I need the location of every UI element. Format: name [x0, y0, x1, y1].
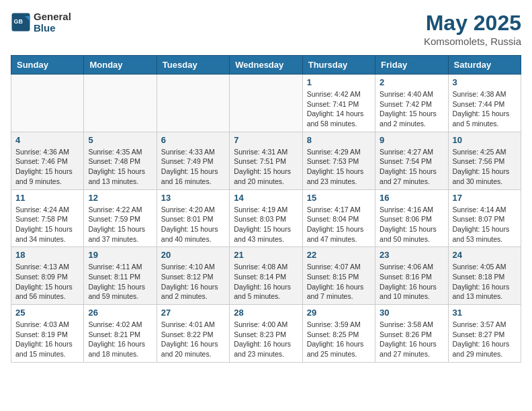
day-number: 18 [15, 250, 79, 260]
day-info: Sunrise: 4:38 AM Sunset: 7:44 PM Dayligh… [453, 89, 517, 129]
day-info: Sunrise: 4:27 AM Sunset: 7:54 PM Dayligh… [380, 147, 443, 187]
month-title: May 2025 [424, 11, 521, 36]
calendar-cell: 14Sunrise: 4:19 AM Sunset: 8:03 PM Dayli… [230, 189, 302, 247]
day-of-week-saturday: Saturday [448, 56, 521, 75]
day-info: Sunrise: 4:10 AM Sunset: 8:12 PM Dayligh… [161, 262, 225, 302]
calendar-cell: 29Sunrise: 3:59 AM Sunset: 8:25 PM Dayli… [302, 305, 375, 363]
day-info: Sunrise: 4:22 AM Sunset: 7:59 PM Dayligh… [88, 205, 152, 244]
day-number: 31 [453, 308, 517, 318]
calendar-cell: 26Sunrise: 4:02 AM Sunset: 8:21 PM Dayli… [84, 305, 157, 363]
day-info: Sunrise: 4:24 AM Sunset: 7:58 PM Dayligh… [15, 205, 79, 244]
calendar-cell: 22Sunrise: 4:07 AM Sunset: 8:15 PM Dayli… [302, 247, 375, 305]
day-info: Sunrise: 4:11 AM Sunset: 8:11 PM Dayligh… [88, 262, 152, 302]
day-of-week-sunday: Sunday [11, 56, 84, 75]
calendar-cell: 7Sunrise: 4:31 AM Sunset: 7:51 PM Daylig… [230, 132, 302, 189]
day-number: 1 [307, 77, 371, 87]
calendar-cell: 28Sunrise: 4:00 AM Sunset: 8:23 PM Dayli… [230, 305, 302, 363]
location: Komsomolets, Russia [424, 36, 521, 47]
calendar-cell: 2Sunrise: 4:40 AM Sunset: 7:42 PM Daylig… [375, 75, 448, 132]
day-info: Sunrise: 4:16 AM Sunset: 8:06 PM Dayligh… [380, 205, 443, 244]
calendar-cell [84, 75, 157, 132]
day-of-week-tuesday: Tuesday [157, 56, 229, 75]
day-number: 21 [234, 250, 298, 260]
day-number: 8 [307, 135, 371, 145]
day-number: 16 [380, 193, 443, 203]
day-number: 7 [234, 135, 298, 145]
day-info: Sunrise: 4:35 AM Sunset: 7:48 PM Dayligh… [88, 147, 152, 187]
day-info: Sunrise: 4:05 AM Sunset: 8:18 PM Dayligh… [453, 262, 517, 302]
day-number: 27 [161, 308, 225, 318]
calendar-cell [157, 75, 229, 132]
day-number: 9 [380, 135, 443, 145]
calendar-cell: 27Sunrise: 4:01 AM Sunset: 8:22 PM Dayli… [157, 305, 229, 363]
calendar-cell: 31Sunrise: 3:57 AM Sunset: 8:27 PM Dayli… [448, 305, 521, 363]
day-number: 20 [161, 250, 225, 260]
day-number: 11 [15, 193, 79, 203]
day-info: Sunrise: 3:59 AM Sunset: 8:25 PM Dayligh… [307, 320, 371, 359]
day-info: Sunrise: 4:17 AM Sunset: 8:04 PM Dayligh… [307, 205, 371, 244]
day-number: 10 [453, 135, 517, 145]
day-info: Sunrise: 4:01 AM Sunset: 8:22 PM Dayligh… [161, 320, 225, 359]
day-number: 6 [161, 135, 225, 145]
day-number: 23 [380, 250, 443, 260]
calendar-cell: 6Sunrise: 4:33 AM Sunset: 7:49 PM Daylig… [157, 132, 229, 189]
calendar: SundayMondayTuesdayWednesdayThursdayFrid… [11, 55, 521, 363]
calendar-cell: 3Sunrise: 4:38 AM Sunset: 7:44 PM Daylig… [448, 75, 521, 132]
day-of-week-wednesday: Wednesday [230, 56, 302, 75]
calendar-cell: 13Sunrise: 4:20 AM Sunset: 8:01 PM Dayli… [157, 189, 229, 247]
calendar-cell: 30Sunrise: 3:58 AM Sunset: 8:26 PM Dayli… [375, 305, 448, 363]
calendar-cell: 12Sunrise: 4:22 AM Sunset: 7:59 PM Dayli… [84, 189, 157, 247]
day-of-week-friday: Friday [375, 56, 448, 75]
day-info: Sunrise: 4:40 AM Sunset: 7:42 PM Dayligh… [380, 89, 443, 129]
calendar-cell: 1Sunrise: 4:42 AM Sunset: 7:41 PM Daylig… [302, 75, 375, 132]
calendar-cell: 5Sunrise: 4:35 AM Sunset: 7:48 PM Daylig… [84, 132, 157, 189]
day-number: 15 [307, 193, 371, 203]
calendar-week-4: 18Sunrise: 4:13 AM Sunset: 8:09 PM Dayli… [11, 247, 521, 305]
calendar-cell: 10Sunrise: 4:25 AM Sunset: 7:56 PM Dayli… [448, 132, 521, 189]
day-info: Sunrise: 4:19 AM Sunset: 8:03 PM Dayligh… [234, 205, 298, 244]
day-info: Sunrise: 4:00 AM Sunset: 8:23 PM Dayligh… [234, 320, 298, 359]
day-number: 25 [15, 308, 79, 318]
day-info: Sunrise: 4:02 AM Sunset: 8:21 PM Dayligh… [88, 320, 152, 359]
day-info: Sunrise: 4:08 AM Sunset: 8:14 PM Dayligh… [234, 262, 298, 302]
day-number: 12 [88, 193, 152, 203]
day-info: Sunrise: 4:36 AM Sunset: 7:46 PM Dayligh… [15, 147, 79, 187]
calendar-cell: 17Sunrise: 4:14 AM Sunset: 8:07 PM Dayli… [448, 189, 521, 247]
calendar-week-3: 11Sunrise: 4:24 AM Sunset: 7:58 PM Dayli… [11, 189, 521, 247]
calendar-cell: 20Sunrise: 4:10 AM Sunset: 8:12 PM Dayli… [157, 247, 229, 305]
calendar-cell [230, 75, 302, 132]
calendar-cell: 11Sunrise: 4:24 AM Sunset: 7:58 PM Dayli… [11, 189, 84, 247]
day-info: Sunrise: 4:06 AM Sunset: 8:16 PM Dayligh… [380, 262, 443, 302]
svg-text:GB: GB [14, 18, 24, 25]
day-info: Sunrise: 4:03 AM Sunset: 8:19 PM Dayligh… [15, 320, 79, 359]
logo-blue-text: Blue [34, 22, 71, 34]
day-number: 17 [453, 193, 517, 203]
day-info: Sunrise: 3:57 AM Sunset: 8:27 PM Dayligh… [453, 320, 517, 359]
calendar-cell: 21Sunrise: 4:08 AM Sunset: 8:14 PM Dayli… [230, 247, 302, 305]
calendar-cell: 25Sunrise: 4:03 AM Sunset: 8:19 PM Dayli… [11, 305, 84, 363]
calendar-cell: 15Sunrise: 4:17 AM Sunset: 8:04 PM Dayli… [302, 189, 375, 247]
day-info: Sunrise: 4:07 AM Sunset: 8:15 PM Dayligh… [307, 262, 371, 302]
calendar-cell: 18Sunrise: 4:13 AM Sunset: 8:09 PM Dayli… [11, 247, 84, 305]
day-info: Sunrise: 4:31 AM Sunset: 7:51 PM Dayligh… [234, 147, 298, 187]
day-number: 4 [15, 135, 79, 145]
calendar-week-1: 1Sunrise: 4:42 AM Sunset: 7:41 PM Daylig… [11, 75, 521, 132]
day-number: 5 [88, 135, 152, 145]
calendar-cell [11, 75, 84, 132]
day-info: Sunrise: 4:42 AM Sunset: 7:41 PM Dayligh… [307, 89, 371, 129]
logo-icon: GB [11, 12, 31, 32]
day-info: Sunrise: 4:20 AM Sunset: 8:01 PM Dayligh… [161, 205, 225, 244]
day-number: 30 [380, 308, 443, 318]
day-number: 24 [453, 250, 517, 260]
day-number: 28 [234, 308, 298, 318]
day-info: Sunrise: 4:33 AM Sunset: 7:49 PM Dayligh… [161, 147, 225, 187]
calendar-cell: 23Sunrise: 4:06 AM Sunset: 8:16 PM Dayli… [375, 247, 448, 305]
calendar-week-2: 4Sunrise: 4:36 AM Sunset: 7:46 PM Daylig… [11, 132, 521, 189]
day-number: 26 [88, 308, 152, 318]
logo-general-text: General [34, 11, 71, 22]
calendar-header-row: SundayMondayTuesdayWednesdayThursdayFrid… [11, 56, 521, 75]
calendar-cell: 8Sunrise: 4:29 AM Sunset: 7:53 PM Daylig… [302, 132, 375, 189]
calendar-cell: 16Sunrise: 4:16 AM Sunset: 8:06 PM Dayli… [375, 189, 448, 247]
day-number: 19 [88, 250, 152, 260]
day-number: 3 [453, 77, 517, 87]
